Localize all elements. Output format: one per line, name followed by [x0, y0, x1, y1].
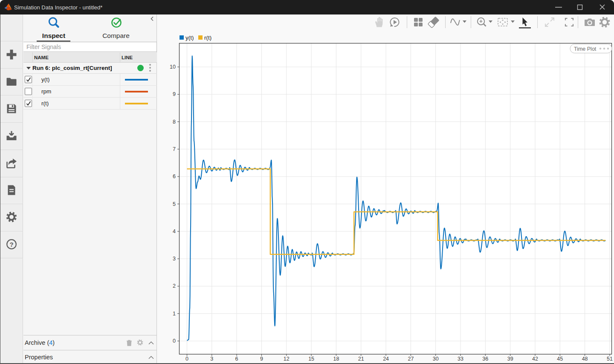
svg-text:21: 21	[358, 356, 364, 362]
svg-text:6: 6	[235, 356, 238, 362]
svg-text:3: 3	[173, 256, 176, 262]
svg-text:1: 1	[173, 311, 176, 317]
svg-text:15: 15	[308, 356, 314, 362]
svg-text:Time Plot: Time Plot	[574, 46, 597, 52]
svg-text:8: 8	[173, 119, 176, 125]
svg-text:10: 10	[170, 64, 176, 70]
svg-text:12: 12	[284, 356, 290, 362]
svg-text:9: 9	[260, 356, 263, 362]
svg-text:3: 3	[210, 356, 213, 362]
svg-text:4: 4	[173, 228, 176, 234]
svg-text:9: 9	[173, 91, 176, 97]
svg-text:y(t): y(t)	[185, 35, 194, 41]
svg-text:18: 18	[333, 356, 339, 362]
svg-text:48: 48	[582, 356, 588, 362]
svg-text:?: ?	[9, 241, 13, 248]
svg-text:30: 30	[433, 356, 439, 362]
svg-text:42: 42	[532, 356, 538, 362]
svg-text:2: 2	[173, 283, 176, 289]
svg-text:0: 0	[173, 338, 176, 344]
svg-text:51: 51	[607, 356, 613, 362]
svg-text:45: 45	[557, 356, 563, 362]
svg-text:6: 6	[173, 173, 176, 179]
svg-text:7: 7	[173, 146, 176, 152]
svg-text:33: 33	[458, 356, 463, 362]
svg-text:r(t): r(t)	[204, 35, 211, 41]
svg-text:39: 39	[507, 356, 513, 362]
svg-text:24: 24	[383, 356, 389, 362]
svg-text:36: 36	[482, 356, 488, 362]
svg-text:5: 5	[173, 201, 176, 207]
svg-text:0: 0	[185, 356, 188, 362]
svg-text:27: 27	[408, 356, 414, 362]
